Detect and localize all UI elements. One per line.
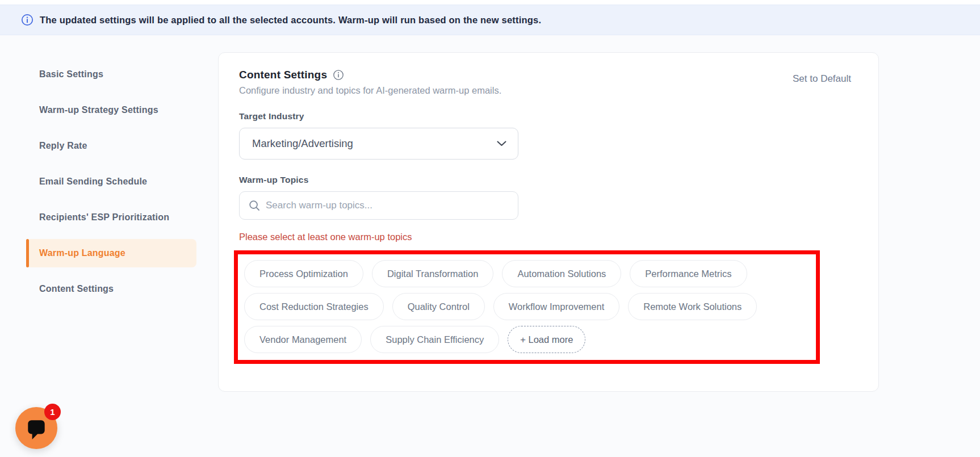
chevron-down-icon (497, 141, 506, 146)
set-to-default-button[interactable]: Set to Default (793, 73, 851, 85)
topic-search-box (239, 191, 518, 220)
topic-chip-cost-reduction-strategies[interactable]: Cost Reduction Strategies (244, 293, 384, 320)
topic-chip-vendor-management[interactable]: Vendor Management (244, 326, 362, 353)
sidebar-item-reply-rate[interactable]: Reply Rate (26, 132, 196, 160)
sidebar-item-content-settings[interactable]: Content Settings (26, 275, 196, 303)
topic-search-input[interactable] (266, 200, 509, 211)
target-industry-label: Target Industry (239, 111, 851, 121)
topic-chip-performance-metrics[interactable]: Performance Metrics (630, 260, 747, 287)
unread-count-badge: 1 (44, 404, 61, 420)
panel-subtitle: Configure industry and topics for AI-gen… (239, 85, 501, 96)
info-banner: The updated settings will be applied to … (0, 5, 980, 35)
topic-chip-process-optimization[interactable]: Process Optimization (244, 260, 363, 287)
sidebar-item-basic-settings[interactable]: Basic Settings (26, 60, 196, 89)
topic-chip-digital-transformation[interactable]: Digital Transformation (372, 260, 493, 287)
search-icon (249, 200, 260, 211)
chat-icon (24, 416, 48, 440)
sidebar-item-recipients-esp-prioritization[interactable]: Recipients' ESP Prioritization (26, 203, 196, 232)
topic-chip-quality-control[interactable]: Quality Control (392, 293, 485, 320)
banner-message: The updated settings will be applied to … (40, 15, 541, 26)
info-icon (21, 14, 33, 26)
topics-annotation-box: Process OptimizationDigital Transformati… (234, 250, 820, 364)
target-industry-select[interactable]: Marketing/Advertising (239, 128, 518, 160)
topic-chip-supply-chain-efficiency[interactable]: Supply Chain Efficiency (370, 326, 499, 353)
content-settings-panel: Content Settings Configure industry and … (218, 52, 879, 392)
topic-chip-remote-work-solutions[interactable]: Remote Work Solutions (628, 293, 757, 320)
topic-chip-workflow-improvement[interactable]: Workflow Improvement (493, 293, 619, 320)
load-more-button[interactable]: + Load more (508, 326, 585, 353)
info-icon (333, 69, 344, 81)
sidebar-item-warm-up-language[interactable]: Warm-up Language (26, 239, 196, 267)
target-industry-value: Marketing/Advertising (252, 137, 353, 150)
sidebar-item-warm-up-strategy-settings[interactable]: Warm-up Strategy Settings (26, 96, 196, 124)
validation-error-text: Please select at least one warm-up topic… (239, 232, 851, 242)
chat-launcher-button[interactable]: 1 (15, 407, 57, 449)
topic-chip-automation-solutions[interactable]: Automation Solutions (502, 260, 621, 287)
settings-sidebar: Basic SettingsWarm-up Strategy SettingsR… (26, 60, 196, 311)
warmup-topics-label: Warm-up Topics (239, 175, 851, 185)
panel-title: Content Settings (239, 69, 327, 81)
sidebar-item-email-sending-schedule[interactable]: Email Sending Schedule (26, 167, 196, 196)
settings-page: Basic SettingsWarm-up Strategy SettingsR… (0, 35, 980, 457)
